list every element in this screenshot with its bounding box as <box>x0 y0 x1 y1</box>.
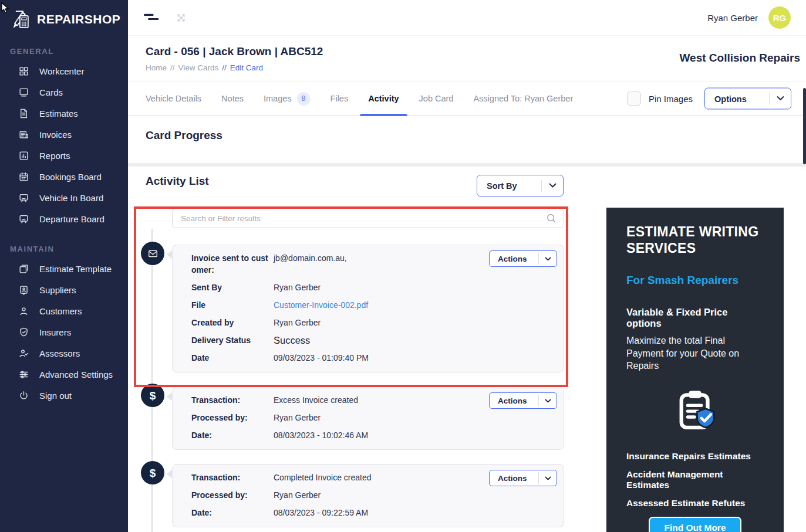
sidebar-item[interactable]: Invoices <box>0 124 128 145</box>
sidebar-item[interactable]: Insurers <box>0 321 128 343</box>
avatar[interactable]: RG <box>768 6 791 29</box>
sidebar-item[interactable]: Estimates <box>0 103 128 124</box>
field-label: Transaction: <box>191 472 271 483</box>
chevron-down-icon <box>542 183 563 188</box>
sidebar-item[interactable]: Bookings Board <box>0 166 128 187</box>
breadcrumb-home[interactable]: Home <box>146 63 167 72</box>
actions-label: Actions <box>490 397 538 405</box>
expand-icon[interactable] <box>175 12 187 24</box>
sidebar-item-label: Customers <box>39 306 82 316</box>
tab[interactable]: Images 8 <box>264 82 311 115</box>
chevron-down-icon <box>539 257 557 261</box>
person-icon <box>18 306 29 317</box>
actions-button[interactable]: Actions <box>489 392 557 409</box>
logo[interactable]: REPAIRSHOP <box>0 0 128 32</box>
sidebar-item[interactable]: Estimate Template <box>0 258 128 279</box>
activity-list: Actions Invoice sent to customer: jb@dom… <box>172 245 564 532</box>
actions-button[interactable]: Actions <box>489 470 557 486</box>
sidebar-item-label: Workcenter <box>39 66 84 76</box>
activity-field-row: Processed by: Ryan Gerber <box>191 489 564 501</box>
chevron-down-icon <box>539 476 557 480</box>
page-header: Card - 056 | Jack Brown | ABC512 Home//V… <box>128 35 806 82</box>
sidebar-item[interactable]: Customers <box>0 300 128 321</box>
activity-feed: Actions Invoice sent to customer: jb@dom… <box>172 208 564 532</box>
person-check-icon <box>18 348 29 359</box>
sidebar-item-label: Suppliers <box>39 285 76 295</box>
activity-list-title: Activity List <box>146 175 209 188</box>
activity-field-row: File Customer-Invoice-002.pdf <box>191 299 564 311</box>
sidebar-item-label: Bookings Board <box>39 172 102 182</box>
tab[interactable]: Job Card <box>419 82 454 115</box>
field-value[interactable]: Customer-Invoice-002.pdf <box>271 299 368 311</box>
tab-label: Files <box>331 94 349 103</box>
search-icon[interactable] <box>545 212 557 224</box>
user-name[interactable]: Ryan Gerber <box>707 13 758 23</box>
logo-text: REPAIRSHOP <box>37 12 120 26</box>
field-value: Success <box>271 334 310 346</box>
ad-subtitle: For Smash Repairers <box>626 274 764 287</box>
repairshop-logo-icon <box>7 7 32 32</box>
tabs: Vehicle Details Notes Images 8 Files Act… <box>146 82 593 115</box>
options-button[interactable]: Options <box>704 88 791 110</box>
sidebar-item[interactable]: Reports <box>0 145 128 166</box>
sidebar-item[interactable]: Assessors <box>0 343 128 364</box>
sidebar-item[interactable]: Departure Board <box>0 208 128 229</box>
find-out-more-button[interactable]: Find Out More <box>649 517 741 532</box>
tab[interactable]: Activity <box>368 82 399 115</box>
ad-panel: ESTIMATE WRITING SERVICES For Smash Repa… <box>606 208 784 532</box>
dollar-icon: $ <box>141 461 164 484</box>
sidebar-item[interactable]: Cards <box>0 82 128 103</box>
scrollbar-thumb[interactable] <box>803 88 806 164</box>
activity-card: Actions Invoice sent to customer: jb@dom… <box>172 245 564 372</box>
tab[interactable]: Assigned To: Ryan Gerber <box>473 82 573 115</box>
search-input[interactable] <box>172 208 564 228</box>
actions-button[interactable]: Actions <box>489 250 557 267</box>
sort-by-dropdown[interactable]: Sort By <box>477 175 564 196</box>
activity-field-row: Created by Ryan Gerber <box>191 317 564 328</box>
menu-toggle-icon[interactable] <box>143 12 161 23</box>
activity-card: $ Actions Transaction: <box>172 464 564 527</box>
sidebar-item-label: Cards <box>39 87 63 97</box>
ad-bullet: Assessed Estimate Refutes <box>626 498 764 509</box>
activity-field-row: Date: 08/03/2023 - 09:22:59 AM <box>191 507 564 519</box>
card-progress-section: Card Progress <box>128 116 806 163</box>
breadcrumb-view-cards[interactable]: View Cards <box>178 63 219 72</box>
ad-feature-title: Variable & Fixed Price options <box>626 307 764 329</box>
sidebar-section-title: MAINTAIN <box>0 245 128 253</box>
field-label: Processed by: <box>191 412 271 423</box>
field-label: Sent By <box>191 282 271 293</box>
card-pointer <box>167 250 173 259</box>
field-label: File <box>191 299 271 311</box>
calendar-icon <box>18 171 29 182</box>
sidebar-item[interactable]: Advanced Settings <box>0 364 128 385</box>
pin-images-checkbox[interactable] <box>627 92 641 106</box>
ad-bullet: Accident Management Estimates <box>626 469 764 490</box>
sidebar-item[interactable]: Workcenter <box>0 60 128 82</box>
sidebar-item[interactable]: Sign out <box>0 385 128 406</box>
sidebar-item[interactable]: Suppliers <box>0 279 128 300</box>
sidebar-item-label: Reports <box>39 151 70 161</box>
tab-label: Notes <box>221 94 244 103</box>
card-pointer <box>167 469 173 479</box>
activity-field-row: Processed by: Ryan Gerber <box>191 412 564 423</box>
chevron-down-icon <box>770 96 791 101</box>
field-value: 08/03/2023 - 10:02:46 AM <box>271 429 368 441</box>
invoices-icon <box>18 129 29 140</box>
reports-icon <box>18 150 29 161</box>
field-label: Date <box>191 352 271 364</box>
tab[interactable]: Vehicle Details <box>146 82 201 115</box>
activity-field-row: Delivery Status Success <box>191 334 564 346</box>
sidebar-item[interactable]: Vehicle In Board <box>0 187 128 208</box>
sidebar: REPAIRSHOP GENERAL Workcenter Card <box>0 0 128 532</box>
dollar-icon: $ <box>141 384 164 407</box>
tab[interactable]: Notes <box>221 82 244 115</box>
field-label: Invoice sent to customer: <box>191 252 271 276</box>
sidebar-section-title: GENERAL <box>0 47 128 56</box>
breadcrumb-edit-card[interactable]: Edit Card <box>230 63 263 72</box>
sidebar-item-label: Invoices <box>39 130 72 140</box>
tab[interactable]: Files <box>331 82 349 115</box>
sidebar-item-label: Sign out <box>39 391 72 401</box>
field-label: Delivery Status <box>191 334 271 346</box>
options-label: Options <box>705 94 769 103</box>
sidebar-item-label: Advanced Settings <box>39 370 113 379</box>
